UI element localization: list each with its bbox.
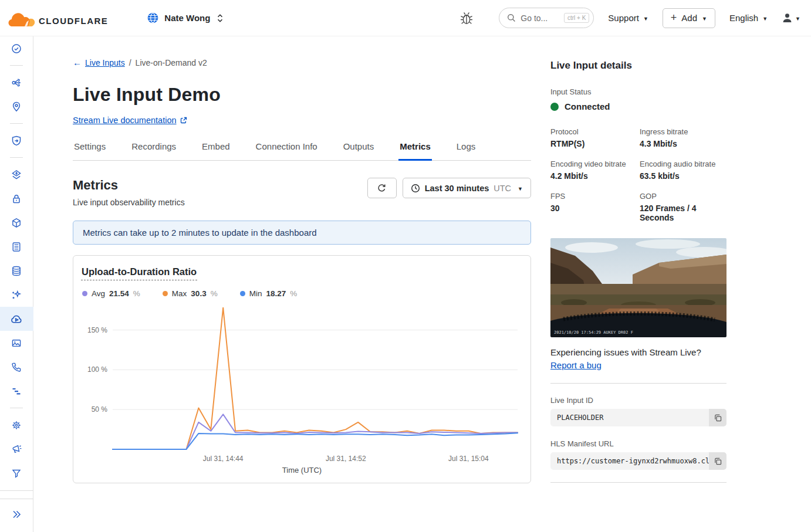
sidebar-item-workers[interactable] [0,211,33,235]
add-button[interactable]: + Add ▼ [663,8,715,28]
language-menu[interactable]: English ▼ [729,13,768,23]
copy-icon [714,414,722,422]
tab-recordings[interactable]: Recordings [130,141,177,161]
metrics-chart: 50 %100 %150 %Jul 31, 14:44Jul 31, 14:52… [81,301,522,466]
tab-connection-info[interactable]: Connection Info [255,141,319,161]
details-heading: Live Input details [550,60,726,72]
tab-embed[interactable]: Embed [201,141,231,161]
video-timestamp-overlay: 2021/10/20 17:54:29 AUKEY DR02 F [554,330,633,335]
sidebar-divider [0,499,33,499]
chevron-down-icon: ▼ [702,16,707,22]
copy-live-input-id-button[interactable] [709,409,726,426]
refresh-button[interactable] [367,178,397,198]
hls-manifest-url-label: HLS Manifest URL [550,439,726,448]
chart-legend: Avg 21.54 % Max 30.3 % Min 18.27 % [82,289,523,298]
support-menu[interactable]: Support ▼ [608,13,648,23]
copy-icon [714,457,722,466]
sidebar-item-megaphone[interactable] [0,437,33,461]
refresh-icon [377,183,387,193]
svg-text:Jul 31, 15:04: Jul 31, 15:04 [448,455,489,463]
chart-title: Upload-to-Duration Ratio [81,266,197,280]
sidebar-item-performance[interactable] [0,162,33,187]
chevron-down-icon: ▼ [643,16,648,22]
avg-legend-dot [82,291,87,296]
search-icon [507,13,516,22]
sidebar-item-filter[interactable] [0,461,33,485]
search-placeholder: Go to... [521,13,559,23]
sidebar-item-ssl-lock[interactable] [0,187,33,211]
legend-item-avg: Avg 21.54 % [82,289,140,298]
live-input-id-label: Live Input ID [550,396,726,405]
sidebar-item-calls[interactable] [0,355,33,379]
tab-settings[interactable]: Settings [73,141,107,161]
metrics-heading: Metrics [73,178,185,193]
gop-value: 120 Frames / 4 Seconds [640,204,726,222]
sidebar-item-network[interactable] [0,70,33,94]
cloudflare-cloud-icon [8,8,38,28]
legend-item-min: Min 18.27 % [240,289,298,298]
tab-bar: Settings Recordings Embed Connection Inf… [73,141,531,161]
sidebar-item-images[interactable] [0,331,33,355]
breadcrumb-current: Live-on-Demand v2 [136,58,207,67]
stream-docs-link[interactable]: Stream Live documentation [73,116,187,125]
input-status: Connected [550,101,726,111]
sidebar-item-ai[interactable] [0,283,33,307]
input-status-label: Input Status [550,87,726,96]
tab-outputs[interactable]: Outputs [342,141,376,161]
svg-text:100 %: 100 % [87,365,107,374]
cloudflare-logo[interactable]: CLOUDFLARE [8,8,108,28]
chart-card: Upload-to-Duration Ratio Avg 21.54 % Max… [73,255,531,483]
live-input-details-panel: Live Input details Input Status Connecte… [550,57,726,532]
back-arrow-icon: ← [73,57,82,67]
double-chevron-right-icon [10,508,23,521]
page-title: Live Input Demo [73,84,531,106]
external-link-icon [180,117,187,124]
sidebar-item-storage[interactable] [0,235,33,259]
global-search[interactable]: Go to... ctrl + K [499,8,594,28]
sidebar-item-settings[interactable] [0,413,33,437]
debug-bug-icon[interactable] [459,10,474,26]
clock-icon [411,184,420,193]
tab-metrics[interactable]: Metrics [398,141,432,161]
account-switcher[interactable]: Nate Wong [147,12,225,24]
breadcrumb-back-link[interactable]: ← Live Inputs [73,57,125,67]
left-sidebar [0,36,33,532]
fps-value: 30 [550,204,640,213]
page-content: ← Live Inputs / Live-on-Demand v2 Live I… [33,36,811,532]
copy-hls-url-button[interactable] [709,452,726,470]
hls-manifest-url-field: https://customer-igynxd2rwhmuoxw8.cloudf [550,452,726,470]
globe-icon [147,12,159,24]
updown-chevron-icon [215,13,225,23]
cloudflare-logo-text: CLOUDFLARE [39,16,108,28]
status-green-dot-icon [550,103,559,111]
rail-divider [550,482,726,483]
sidebar-item-locations[interactable] [0,94,33,118]
breadcrumb: ← Live Inputs / Live-on-Demand v2 [73,57,531,67]
stream-preview-thumbnail: 2021/10/20 17:54:29 AUKEY DR02 F [550,238,726,337]
hls-manifest-url-value: https://customer-igynxd2rwhmuoxw8.cloudf [550,452,709,470]
svg-text:Jul 31, 14:44: Jul 31, 14:44 [203,455,244,463]
user-menu[interactable]: ▼ [782,12,800,23]
sidebar-item-security[interactable] [0,128,33,153]
sidebar-item-analytics[interactable] [0,379,33,403]
user-icon [782,12,793,23]
search-shortcut-badge: ctrl + K [564,13,589,23]
report-bug-link[interactable]: Report a bug [550,360,602,370]
protocol-value: RTMP(S) [550,139,640,148]
sidebar-item-stream[interactable] [0,307,33,331]
tab-logs[interactable]: Logs [455,141,477,161]
svg-text:Jul 31, 14:52: Jul 31, 14:52 [326,455,366,463]
expand-sidebar-button[interactable] [0,502,33,526]
sidebar-item-database[interactable] [0,259,33,283]
breadcrumb-separator: / [129,58,131,67]
chevron-down-icon: ▼ [518,186,523,192]
audio-bitrate-value: 63.5 kbit/s [640,171,726,181]
plus-icon: + [671,12,677,24]
time-range-selector[interactable]: Last 30 minutes UTC ▼ [403,178,531,198]
svg-text:50 %: 50 % [92,405,108,414]
metrics-info-banner: Metrics can take up to 2 minutes to upda… [73,221,531,245]
sidebar-divider [0,490,33,491]
account-name: Nate Wong [164,13,210,23]
sidebar-item-history[interactable] [0,36,33,60]
min-legend-dot [240,291,245,296]
